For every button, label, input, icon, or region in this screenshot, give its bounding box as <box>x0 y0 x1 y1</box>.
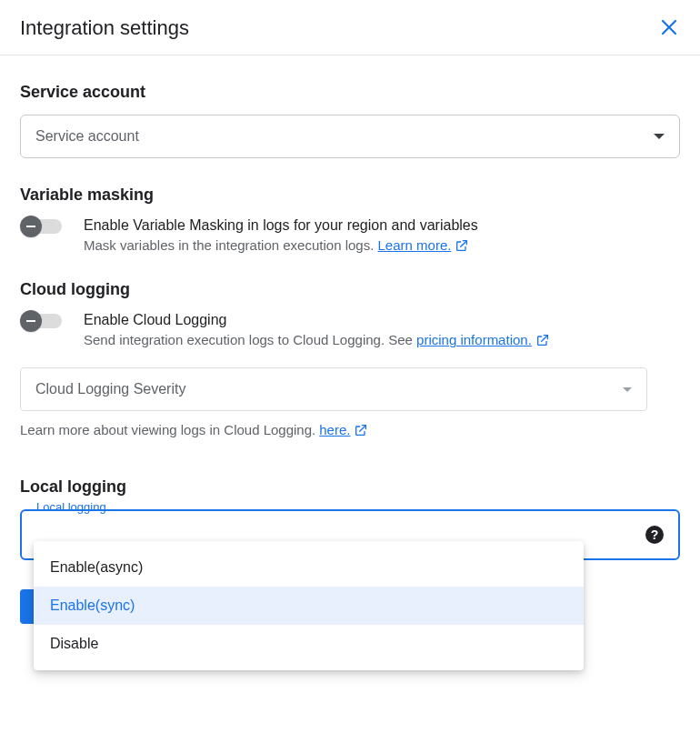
cloud-logging-severity-select[interactable]: Cloud Logging Severity <box>20 367 647 411</box>
variable-masking-toggle[interactable] <box>20 217 65 236</box>
service-account-section-title: Service account <box>20 83 680 102</box>
minus-icon <box>20 310 42 332</box>
close-icon[interactable] <box>658 16 680 38</box>
cloud-logging-section-title: Cloud logging <box>20 280 680 299</box>
severity-help-text: Learn more about viewing logs in Cloud L… <box>20 422 680 437</box>
help-icon[interactable]: ? <box>645 526 664 544</box>
dropdown-option-enable-sync[interactable]: Enable(sync) <box>34 587 584 625</box>
severity-placeholder: Cloud Logging Severity <box>35 381 185 397</box>
severity-here-link[interactable]: here. <box>319 422 350 437</box>
cloud-logging-description: Send integration execution logs to Cloud… <box>84 332 550 347</box>
dropdown-option-enable-async[interactable]: Enable(async) <box>34 548 584 587</box>
variable-masking-learn-more-link[interactable]: Learn more. <box>378 237 452 253</box>
minus-icon <box>20 216 42 237</box>
variable-masking-description: Mask variables in the integration execut… <box>84 237 478 253</box>
dropdown-option-disable[interactable]: Disable <box>34 625 584 663</box>
external-link-icon <box>455 238 469 253</box>
service-account-placeholder: Service account <box>35 128 139 145</box>
external-link-icon <box>535 333 550 347</box>
caret-down-icon <box>623 387 632 392</box>
cloud-logging-label: Enable Cloud Logging <box>84 312 550 328</box>
cloud-logging-toggle[interactable] <box>20 312 65 330</box>
dialog-title: Integration settings <box>20 16 189 40</box>
service-account-select[interactable]: Service account <box>20 115 680 158</box>
variable-masking-section-title: Variable masking <box>20 186 680 205</box>
caret-down-icon <box>654 134 665 139</box>
local-logging-section-title: Local logging <box>20 477 680 497</box>
variable-masking-label: Enable Variable Masking in logs for your… <box>84 217 478 234</box>
local-logging-dropdown: Enable(async) Enable(sync) Disable <box>34 541 584 670</box>
pricing-information-link[interactable]: pricing information. <box>416 332 532 347</box>
external-link-icon <box>354 423 368 437</box>
